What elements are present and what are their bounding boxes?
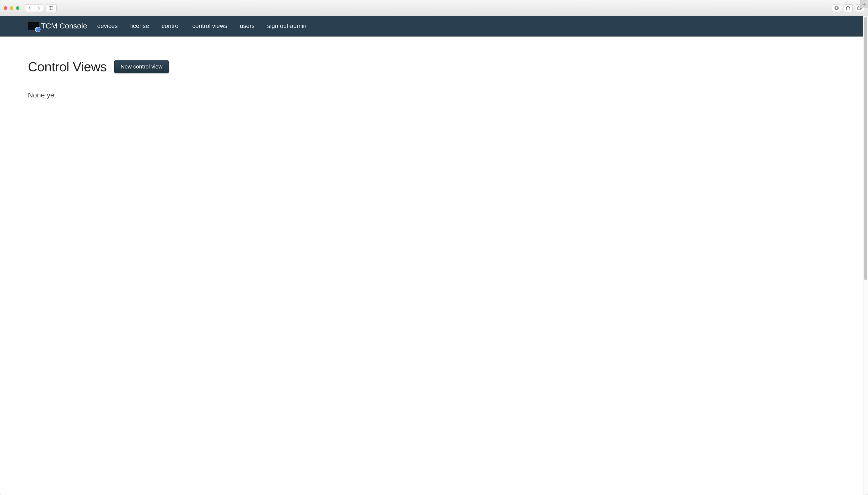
window-controls xyxy=(4,6,19,10)
download-icon xyxy=(834,6,839,10)
browser-viewport: TCM Console devices license control cont… xyxy=(0,16,868,495)
app-navbar: TCM Console devices license control cont… xyxy=(0,16,863,36)
nav-link-license[interactable]: license xyxy=(130,22,149,30)
downloads-button[interactable] xyxy=(832,4,841,12)
forward-button[interactable] xyxy=(34,4,43,12)
minimize-window-button[interactable] xyxy=(10,6,13,10)
browser-toolbar xyxy=(0,0,868,16)
vertical-scrollbar[interactable] xyxy=(863,16,868,495)
brand-title: TCM Console xyxy=(41,22,87,30)
page-content: TCM Console devices license control cont… xyxy=(0,16,863,495)
empty-state-text: None yet xyxy=(28,91,835,99)
sidebar-toggle-button[interactable] xyxy=(46,4,57,12)
share-icon xyxy=(846,6,850,10)
share-button[interactable] xyxy=(844,4,853,12)
nav-link-users[interactable]: users xyxy=(240,22,254,30)
nav-button-group xyxy=(25,4,57,12)
new-tab-button[interactable] xyxy=(860,0,868,8)
close-window-button[interactable] xyxy=(4,6,7,10)
browser-window: TCM Console devices license control cont… xyxy=(0,0,868,495)
nav-link-control-views[interactable]: control views xyxy=(193,22,227,30)
plus-icon xyxy=(863,2,866,6)
maximize-window-button[interactable] xyxy=(16,6,19,10)
nav-link-signout[interactable]: sign out admin xyxy=(267,22,306,30)
chevron-left-icon xyxy=(28,6,31,10)
brand-logo-icon xyxy=(28,22,39,30)
main-content: Control Views New control view None yet xyxy=(0,36,863,122)
scrollbar-thumb[interactable] xyxy=(864,17,867,280)
nav-link-devices[interactable]: devices xyxy=(97,22,118,30)
nav-link-control[interactable]: control xyxy=(161,22,180,30)
heading-row: Control Views New control view xyxy=(28,59,835,81)
svg-rect-0 xyxy=(49,6,53,10)
chevron-right-icon xyxy=(37,6,40,10)
nav-links: devices license control control views us… xyxy=(97,22,306,30)
sidebar-icon xyxy=(49,6,53,10)
toolbar-right-group xyxy=(832,4,864,12)
page-title: Control Views xyxy=(28,59,107,74)
back-button[interactable] xyxy=(25,4,34,12)
new-control-view-button[interactable]: New control view xyxy=(114,60,169,73)
brand[interactable]: TCM Console xyxy=(28,22,87,30)
